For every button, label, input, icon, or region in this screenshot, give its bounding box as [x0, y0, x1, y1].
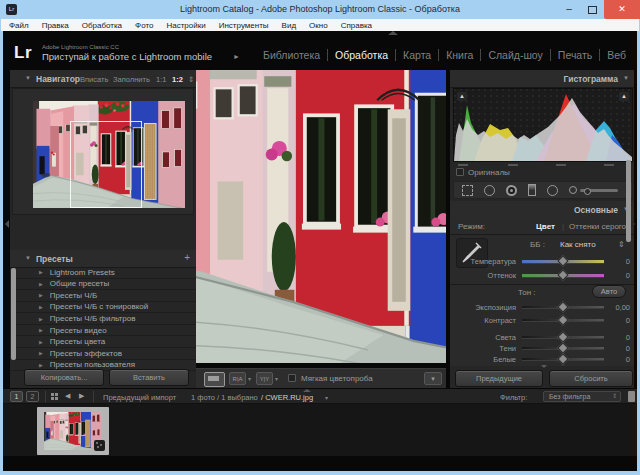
menu-develop[interactable]: Обработка — [82, 21, 122, 30]
tint-thumb[interactable] — [557, 269, 568, 280]
crop-tool-icon[interactable] — [462, 185, 473, 196]
basic-panel-header[interactable]: Основные ▼ — [450, 201, 634, 219]
menu-window[interactable]: Окно — [309, 21, 328, 30]
tint-slider[interactable]: Оттенок 0 — [454, 269, 630, 281]
shadows-track[interactable] — [522, 347, 604, 349]
zoom-fill[interactable]: Заполнить — [113, 75, 150, 84]
navigator-header[interactable]: ▼ Навигатор Вписать Заполнить 1:1 1:2 ⇕ — [10, 70, 196, 88]
preset-folder[interactable]: ▶Пресеты видео — [10, 325, 196, 337]
shadows-thumb[interactable] — [557, 342, 568, 353]
preset-folder[interactable]: ▶Пресеты Ч/Б — [10, 290, 196, 302]
wb-value[interactable]: Как снято — [560, 240, 596, 249]
menu-help[interactable]: Справка — [341, 21, 372, 30]
module-library[interactable]: Библиотека — [256, 49, 328, 61]
titlebar[interactable]: Lr Lightroom Catalog - Adobe Photoshop L… — [0, 0, 640, 19]
source-label[interactable]: Предыдущий импорт — [103, 393, 176, 402]
caret-down-icon[interactable]: ▾ — [275, 375, 278, 382]
before-after-split-button[interactable]: Y|Y — [256, 372, 273, 385]
temperature-track[interactable] — [522, 260, 604, 263]
graduated-filter-tool-icon[interactable] — [528, 184, 536, 196]
navigator-preview[interactable] — [12, 88, 194, 215]
loupe-view-button[interactable] — [204, 372, 225, 387]
close-button[interactable]: ✕ — [604, 0, 640, 19]
exposure-thumb[interactable] — [557, 301, 568, 312]
filmstrip-thumbnail-selected[interactable] — [37, 407, 109, 455]
whites-thumb[interactable] — [557, 353, 568, 364]
highlights-track[interactable] — [522, 336, 604, 338]
contrast-track[interactable] — [522, 319, 604, 321]
temperature-thumb[interactable] — [557, 255, 568, 266]
zoom-updown-icon[interactable]: ⇕ — [188, 75, 194, 84]
mode-color-option[interactable]: Цвет — [536, 222, 555, 231]
filter-lock-icon[interactable] — [628, 391, 635, 402]
previous-photo-icon[interactable]: ◀ — [65, 392, 70, 400]
blacks-thumb[interactable] — [557, 364, 568, 366]
caret-down-icon[interactable]: ▾ — [248, 375, 251, 382]
exposure-track[interactable] — [522, 306, 604, 308]
minimize-button[interactable]: – — [558, 0, 580, 19]
module-develop[interactable]: Обработка — [328, 49, 396, 61]
collapse-left-panel-icon[interactable] — [5, 220, 9, 228]
thumbnail-badge-icon[interactable] — [94, 440, 105, 451]
contrast-thumb[interactable] — [557, 314, 568, 325]
navigator-zoom-rect[interactable] — [70, 121, 142, 208]
module-map[interactable]: Карта — [396, 49, 439, 61]
module-web[interactable]: Веб — [600, 49, 633, 61]
auto-tone-button[interactable]: Авто — [592, 285, 626, 298]
presets-header[interactable]: ▼ Пресеты + — [10, 250, 196, 268]
filename-caret-icon[interactable]: ▾ — [325, 394, 328, 401]
zoom-1-2[interactable]: 1:2 — [172, 75, 183, 84]
whites-track[interactable] — [522, 358, 604, 360]
preset-folder[interactable]: ▶Пресеты Ч/Б фильтров — [10, 313, 196, 325]
grid-view-icon[interactable] — [51, 393, 58, 400]
paste-button[interactable]: Вставить — [109, 369, 189, 386]
highlights-thumb[interactable] — [557, 331, 568, 342]
zoom-1-1[interactable]: 1:1 — [156, 75, 166, 84]
exposure-slider[interactable]: Экспозиция 0,00 — [454, 301, 630, 313]
module-book[interactable]: Книга — [439, 49, 481, 61]
contrast-slider[interactable]: Контраст 0 — [454, 314, 630, 326]
filter-select[interactable]: Без фильтра ⇕ — [543, 391, 621, 402]
spot-removal-tool-icon[interactable] — [484, 185, 495, 196]
temperature-slider[interactable]: Температура 0 — [454, 255, 630, 267]
preset-folder[interactable]: ▶Пресеты цвета — [10, 336, 196, 348]
current-filename[interactable]: / CWER.RU.jpg — [261, 393, 313, 402]
preset-folder[interactable]: ▶Lightroom Presets — [10, 267, 196, 279]
menu-tools[interactable]: Инструменты — [219, 21, 269, 30]
highlight-clipping-indicator[interactable]: ▲ — [619, 92, 629, 101]
left-scrollbar[interactable] — [11, 268, 16, 360]
copy-button[interactable]: Копировать... — [24, 369, 104, 386]
adjustment-brush-tool-icon[interactable] — [569, 186, 618, 194]
add-preset-button[interactable]: + — [184, 252, 190, 263]
radial-filter-tool-icon[interactable] — [547, 185, 558, 196]
menu-settings[interactable]: Настройки — [166, 21, 205, 30]
menu-file[interactable]: Файл — [9, 21, 29, 30]
main-window-button[interactable]: 1 — [10, 391, 23, 402]
histogram[interactable]: ▲ ▲ — [453, 88, 633, 162]
second-window-button[interactable]: 2 — [26, 391, 39, 402]
histogram-header[interactable]: Гистограмма ▼ — [450, 70, 634, 88]
previous-button[interactable]: Предыдущие — [455, 370, 543, 387]
preset-folder[interactable]: ▶Пресеты Ч/Б с тонировкой — [10, 302, 196, 314]
maximize-button[interactable] — [581, 0, 603, 19]
module-slideshow[interactable]: Слайд-шоу — [481, 49, 550, 61]
before-after-left-right-button[interactable]: R|A — [229, 372, 246, 385]
right-scrollbar[interactable] — [626, 160, 631, 242]
preset-folder[interactable]: ▶Пресеты эффектов — [10, 348, 196, 360]
shadow-clipping-indicator[interactable]: ▲ — [457, 92, 467, 101]
mode-grayscale-option[interactable]: Оттенки серого — [569, 222, 626, 231]
menu-photo[interactable]: Фото — [135, 21, 153, 30]
soft-proof-checkbox[interactable] — [288, 374, 296, 382]
collapse-top-panel-icon[interactable] — [388, 31, 398, 35]
menu-view[interactable]: Вид — [282, 21, 296, 30]
toolbar-options-dropdown[interactable]: ▾ — [424, 372, 442, 385]
next-photo-icon[interactable]: ▶ — [79, 392, 84, 400]
menu-edit[interactable]: Правка — [42, 21, 69, 30]
main-photo-view[interactable] — [196, 70, 446, 363]
red-eye-tool-icon[interactable] — [506, 185, 517, 196]
play-icon[interactable]: ► — [233, 53, 240, 60]
zoom-fit[interactable]: Вписать — [80, 75, 108, 84]
originals-checkbox[interactable] — [456, 168, 464, 176]
tint-track[interactable] — [522, 274, 604, 277]
preset-folder[interactable]: ▶Общие пресеты — [10, 279, 196, 291]
